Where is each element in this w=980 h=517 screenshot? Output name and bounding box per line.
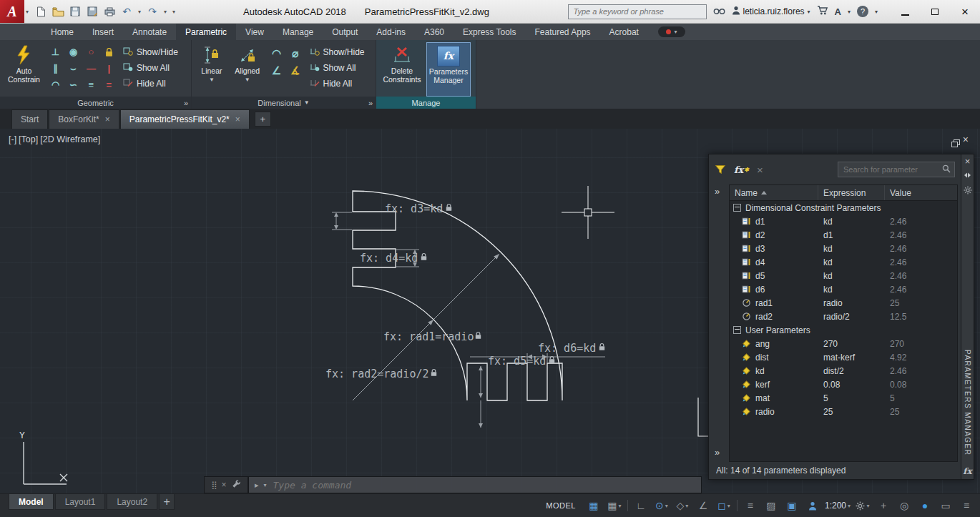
vertical-constraint-icon[interactable]: | (100, 60, 118, 77)
parameter-row[interactable]: ang270270 (730, 337, 957, 350)
parameter-row[interactable]: d1kd2.46 (730, 215, 957, 228)
recent-commands-icon[interactable]: ▸ (255, 481, 259, 490)
constraint-label-rad1[interactable]: fx: rad1=radio (383, 330, 474, 343)
command-dropdown-icon[interactable]: ▾ (264, 482, 267, 488)
manage-panel-label[interactable]: Manage (376, 97, 476, 109)
status-grid-display-icon[interactable]: ▦ (584, 497, 604, 514)
viewport-visual-style-control[interactable]: [2D Wireframe] (40, 134, 100, 144)
status-isolate-objects-icon[interactable]: ◎ (894, 497, 914, 514)
collapse-group-icon[interactable] (733, 326, 741, 334)
palette-properties-icon[interactable] (964, 186, 972, 197)
model-space-indicator[interactable]: MODEL (539, 501, 583, 510)
ribbon-tab-manage[interactable]: Manage (273, 24, 323, 40)
help-search-input[interactable] (572, 6, 702, 16)
auto-hide-icon[interactable] (964, 171, 971, 181)
parameter-row[interactable]: kddist/22.46 (730, 364, 957, 378)
ribbon-options-button[interactable]: ▾ (658, 26, 685, 37)
drawing-close-button[interactable]: × (963, 134, 969, 144)
signed-in-user[interactable]: leticia.ruiz.flores ▾ (732, 6, 810, 17)
panel-expand-icon[interactable]: » (368, 99, 373, 107)
customize-wrench-icon[interactable] (232, 478, 241, 491)
column-header-name[interactable]: Name (730, 185, 818, 200)
ribbon-tab-a360[interactable]: A360 (415, 24, 454, 40)
parameter-row[interactable]: rad1radio25 (730, 296, 957, 310)
tangent-constraint-icon[interactable]: ⌣ (64, 60, 82, 77)
ribbon-tab-home[interactable]: Home (41, 24, 83, 40)
save-as-button[interactable] (84, 3, 100, 20)
constraint-label-d6[interactable]: fx: d6=kd (538, 342, 596, 355)
parameter-group-header[interactable]: Dimensional Constraint Parameters (730, 201, 957, 215)
delete-constraints-button[interactable]: Delete Constraints (381, 42, 423, 97)
maximize-window-button[interactable] (920, 0, 950, 23)
open-drawing-button[interactable] (50, 3, 66, 20)
status-object-snap-icon[interactable]: ◻▾ (714, 497, 734, 514)
filter-parameters-icon[interactable] (715, 164, 726, 174)
parameter-expression[interactable]: kd (818, 285, 885, 295)
redo-button[interactable]: ↷ (144, 3, 160, 20)
equal-constraint-icon[interactable]: = (100, 77, 118, 93)
parameter-expression[interactable]: radio (818, 298, 885, 308)
drawing-area[interactable]: [-] [Top] [2D Wireframe] × (0, 129, 980, 493)
parameter-expression[interactable]: kd (818, 257, 885, 267)
plot-button[interactable] (102, 3, 117, 20)
dimensional-show-all-button[interactable]: Show All (308, 60, 373, 76)
parameter-row[interactable]: d2d12.46 (730, 228, 957, 242)
auto-constrain-button[interactable]: Auto Constrain (4, 42, 44, 97)
command-input[interactable] (272, 479, 695, 491)
symmetric-constraint-icon[interactable]: ∽ (64, 77, 82, 93)
ribbon-tab-output[interactable]: Output (323, 24, 367, 40)
constraint-label-d4[interactable]: fx: d4=kd (360, 252, 418, 265)
new-drawing-tab-button[interactable]: + (255, 112, 271, 127)
geometric-panel-label[interactable]: Geometric» (0, 97, 191, 109)
parameter-expression[interactable]: radio/2 (818, 312, 885, 322)
status-polar-tracking-icon[interactable]: ⊙▾ (652, 497, 672, 514)
geometric-hide-all-button[interactable]: Hide All (121, 76, 188, 92)
command-line-grip[interactable]: ⣿ × (204, 476, 248, 493)
minimize-window-button[interactable] (890, 0, 920, 23)
ribbon-tab-parametric[interactable]: Parametric (176, 24, 236, 40)
user-dropdown-icon[interactable]: ▾ (808, 9, 810, 15)
layout-tab-model[interactable]: Model (9, 494, 54, 510)
status-transparency-icon[interactable]: ▨ (761, 497, 781, 514)
parameter-row[interactable]: d6kd2.46 (730, 282, 957, 296)
column-header-expression[interactable]: Expression (818, 185, 885, 200)
app-store-cart-icon[interactable] (817, 6, 828, 17)
file-tab-boxforkit-[interactable]: BoxForKit*× (49, 109, 119, 129)
parameter-expression[interactable]: kd (818, 217, 885, 227)
parameter-group-header[interactable]: User Parameters (730, 323, 957, 337)
status-clean-screen-icon[interactable]: ▭ (936, 497, 956, 514)
panel-flyout-icon[interactable]: ▼ (304, 99, 310, 106)
ribbon-tab-view[interactable]: View (236, 24, 273, 40)
perpendicular-constraint-icon[interactable]: ⊥ (46, 44, 64, 60)
ribbon-tab-insert[interactable]: Insert (83, 24, 123, 40)
status-workspace-switching-icon[interactable]: ▾ (853, 497, 873, 514)
linear-dropdown-icon[interactable]: ▼ (209, 76, 215, 84)
help-dropdown-icon[interactable]: ▾ (875, 9, 878, 15)
file-tab-start[interactable]: Start (11, 109, 48, 129)
status-graphics-performance-icon[interactable]: ● (915, 497, 935, 514)
status-object-snap-tracking-icon[interactable]: ∠ (693, 497, 713, 514)
dimensional-hide-all-button[interactable]: Hide All (308, 76, 373, 92)
parameter-expression[interactable]: mat-kerf (818, 353, 885, 363)
parameter-expression[interactable]: 5 (818, 393, 885, 403)
parallel-constraint-icon[interactable]: ∥ (46, 60, 64, 77)
close-palette-button[interactable]: × (965, 157, 971, 166)
linear-constraint-button[interactable]: Linear ▼ (196, 42, 227, 97)
application-menu-arrow-icon[interactable]: ▾ (26, 9, 29, 15)
close-file-tab-icon[interactable]: × (105, 114, 110, 124)
geometric-show-hide-button[interactable]: Show/Hide (121, 44, 188, 60)
angular-constraint-icon[interactable]: ∠ (268, 62, 286, 79)
diameter-constraint-icon[interactable]: ⌀ (286, 45, 305, 62)
column-header-value[interactable]: Value (885, 185, 957, 200)
parameter-expression[interactable]: dist/2 (818, 366, 885, 376)
dimensional-show-hide-button[interactable]: Show/Hide (308, 44, 373, 60)
radius-constraint-icon[interactable]: ◠ (268, 45, 286, 62)
parameter-row[interactable]: d3kd2.46 (730, 242, 957, 255)
horizontal-constraint-icon[interactable]: — (82, 60, 100, 77)
layout-tab-layout1[interactable]: Layout1 (55, 494, 106, 510)
ribbon-tab-annotate[interactable]: Annotate (123, 24, 176, 40)
status-lineweight-icon[interactable]: ≡ (740, 497, 760, 514)
qat-customize-icon[interactable]: ▾ (170, 9, 177, 15)
parameter-expression[interactable]: kd (818, 271, 885, 281)
parameter-expression[interactable]: 0.08 (818, 380, 885, 390)
